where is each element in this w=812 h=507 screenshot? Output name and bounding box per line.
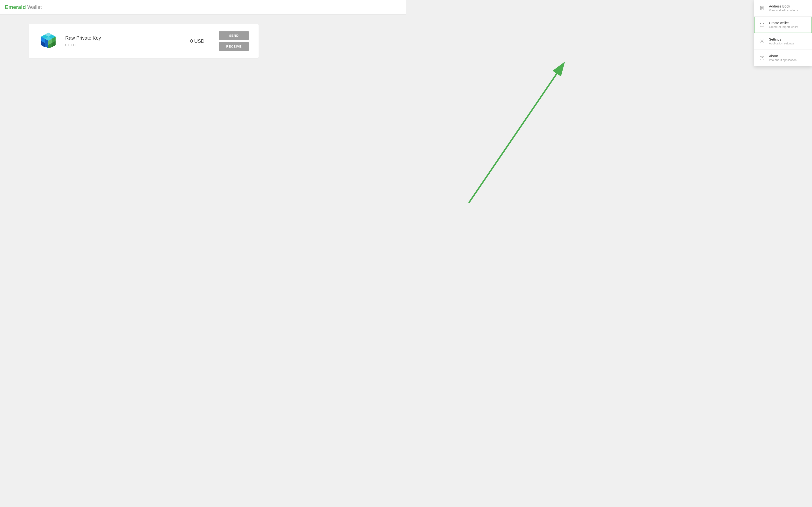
wallet-icon xyxy=(39,32,58,51)
wallet-name: Raw Private Key xyxy=(65,35,183,41)
wallet-eth-balance: 0 ETH xyxy=(65,43,183,47)
app-name-wallet: Wallet xyxy=(26,4,42,10)
receive-button[interactable]: RECEIVE xyxy=(219,42,249,51)
app-title: Emerald Wallet xyxy=(5,4,42,10)
wallet-usd-balance: 0 USD xyxy=(190,38,204,44)
app-name-emerald: Emerald xyxy=(5,4,26,10)
app-header: Emerald Wallet xyxy=(0,0,406,14)
main-content: Raw Private Key 0 ETH 0 USD SEND RECEIVE xyxy=(0,14,406,68)
wallet-card: Raw Private Key 0 ETH 0 USD SEND RECEIVE xyxy=(29,24,259,58)
send-button[interactable]: SEND xyxy=(219,32,249,40)
wallet-actions: SEND RECEIVE xyxy=(219,32,249,51)
wallet-info: Raw Private Key 0 ETH xyxy=(65,35,183,47)
